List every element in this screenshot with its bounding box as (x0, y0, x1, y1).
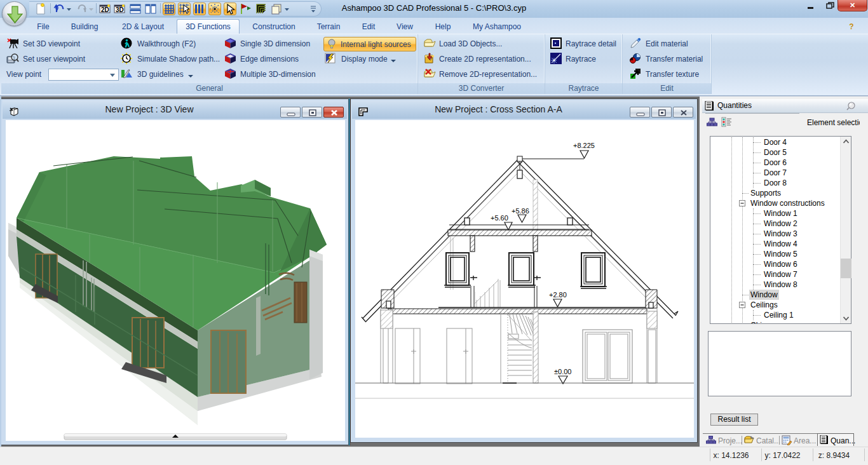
svg-text:2D: 2D (101, 6, 109, 13)
svg-text:+2.80: +2.80 (549, 291, 567, 299)
svg-text:+5.60: +5.60 (491, 214, 508, 222)
svg-text:±0.00: ±0.00 (554, 368, 571, 375)
svg-text:3D: 3D (116, 6, 124, 13)
svg-text:+8.225: +8.225 (573, 142, 595, 149)
svg-text:+5.86: +5.86 (512, 207, 529, 215)
